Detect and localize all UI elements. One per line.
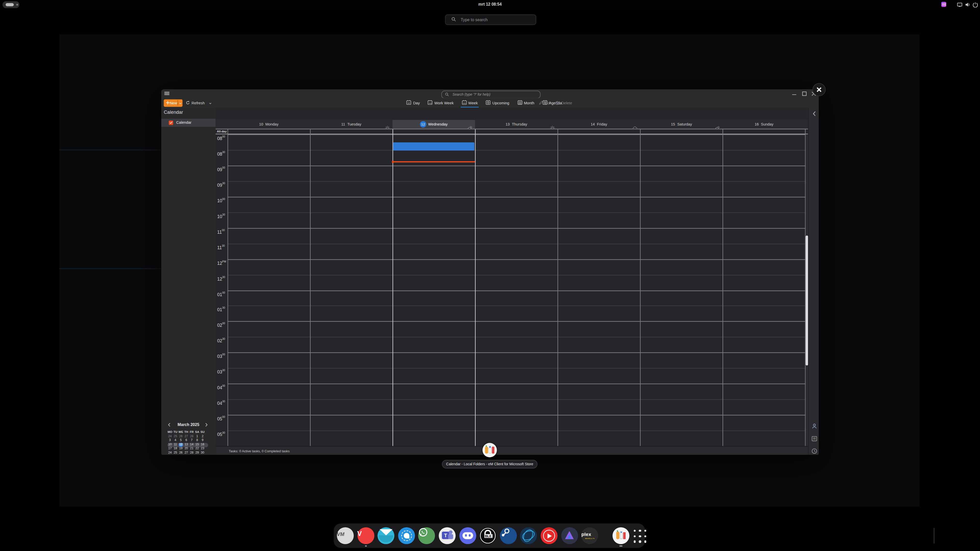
mini-cal-day[interactable]: 26 bbox=[178, 435, 183, 438]
tab-week[interactable]: Week bbox=[458, 98, 482, 108]
event-block[interactable] bbox=[393, 142, 474, 150]
tab-upcoming[interactable]: Upcoming bbox=[482, 98, 513, 108]
mini-cal-weekday: SU bbox=[200, 430, 205, 433]
mini-cal-day[interactable]: 30 bbox=[200, 451, 205, 455]
column-line bbox=[640, 135, 641, 446]
mini-cal-day[interactable]: 26 bbox=[178, 451, 183, 455]
window-titlebar[interactable]: Search (type '?' for help) bbox=[161, 89, 819, 98]
dock-item-steam[interactable] bbox=[500, 527, 517, 544]
grid-row bbox=[228, 384, 805, 399]
chat-icon[interactable] bbox=[811, 448, 817, 454]
day-header-tuesday[interactable]: 11Tuesday bbox=[310, 120, 393, 129]
day-header-wednesday[interactable]: 12Wednesday bbox=[393, 120, 475, 129]
chevron-down-icon[interactable] bbox=[209, 102, 212, 105]
mini-cal-day[interactable]: 10 bbox=[167, 443, 172, 447]
display-icon[interactable] bbox=[957, 2, 963, 7]
delete-button[interactable]: Delete bbox=[551, 98, 576, 108]
dock-item-mumble[interactable]: BLE bbox=[479, 527, 496, 544]
dock-item-teams[interactable]: T bbox=[439, 527, 455, 544]
dock-item-battlenet[interactable] bbox=[520, 527, 537, 544]
mini-cal-day[interactable]: 27 bbox=[183, 435, 189, 438]
mini-cal-day[interactable]: 5 bbox=[178, 439, 183, 443]
dock-item-vivaldi[interactable]: V bbox=[357, 527, 374, 544]
dock-item-discord[interactable] bbox=[459, 527, 476, 544]
time-label: 0330 bbox=[217, 369, 228, 375]
day-number: 13 bbox=[506, 122, 510, 126]
dock-item-app-grid[interactable] bbox=[632, 529, 648, 544]
mini-cal-day[interactable]: 21 bbox=[189, 447, 194, 451]
mini-cal-day[interactable]: 24 bbox=[167, 451, 172, 455]
new-button-label: New bbox=[170, 99, 177, 106]
mini-cal-day[interactable]: 20 bbox=[183, 447, 189, 451]
em-client-app-badge[interactable] bbox=[482, 443, 497, 457]
minimize-button[interactable] bbox=[791, 91, 798, 97]
vertical-scrollbar[interactable] bbox=[805, 135, 808, 446]
overlay-close-button[interactable] bbox=[813, 83, 826, 96]
contacts-icon[interactable] bbox=[811, 423, 817, 429]
calendar-checkbox[interactable] bbox=[169, 121, 173, 125]
volume-icon[interactable] bbox=[965, 2, 970, 7]
clock[interactable]: mrt 12 08:54 bbox=[0, 0, 980, 9]
scrollbar-thumb[interactable] bbox=[806, 235, 808, 365]
mini-cal-day[interactable]: 4 bbox=[173, 439, 178, 443]
mini-cal-day[interactable]: 11 bbox=[173, 443, 178, 447]
time-label: 0930 bbox=[217, 182, 228, 188]
day-header-saturday[interactable]: 15Saturday bbox=[640, 120, 723, 129]
day-header-thursday[interactable]: 13Thursday bbox=[475, 120, 558, 129]
mini-cal-day[interactable]: 24 bbox=[167, 435, 172, 438]
column-line bbox=[393, 135, 393, 446]
mini-cal-day[interactable]: 29 bbox=[194, 451, 200, 455]
mini-cal-day[interactable]: 22 bbox=[194, 447, 200, 451]
refresh-icon bbox=[186, 101, 190, 105]
tab-day[interactable]: 12Day bbox=[402, 98, 424, 108]
power-icon[interactable] bbox=[973, 2, 978, 7]
mini-cal-day[interactable]: 12 bbox=[178, 443, 183, 447]
mini-cal-day[interactable]: 19 bbox=[178, 447, 183, 451]
mini-cal-day[interactable]: 9 bbox=[200, 439, 205, 443]
weather-sun-icon bbox=[550, 122, 555, 127]
tab-work-week[interactable]: Work Week bbox=[424, 98, 458, 108]
day-header-sunday[interactable]: 16Sunday bbox=[723, 120, 805, 129]
day-header-monday[interactable]: 10Monday bbox=[228, 120, 310, 129]
mini-cal-day[interactable]: 27 bbox=[183, 451, 189, 455]
sidebar-item-calendar[interactable]: Calendar bbox=[161, 119, 216, 127]
mini-cal-day[interactable]: 8 bbox=[194, 439, 200, 443]
all-day-row[interactable]: All-day bbox=[216, 129, 808, 134]
agenda-icon[interactable] bbox=[811, 435, 817, 441]
menu-icon[interactable] bbox=[164, 92, 169, 95]
mini-cal-day[interactable]: 7 bbox=[189, 439, 194, 443]
mini-cal-day[interactable]: 17 bbox=[167, 447, 172, 451]
desktop-search-input[interactable]: Type to search bbox=[445, 14, 536, 25]
mini-cal-day[interactable]: 14 bbox=[189, 443, 194, 447]
mini-cal-day[interactable]: 15 bbox=[194, 443, 200, 447]
dock-item-jellyfin[interactable] bbox=[561, 527, 578, 544]
mini-cal-day[interactable]: 23 bbox=[200, 447, 205, 451]
dock-item-em-client[interactable] bbox=[612, 527, 629, 544]
mini-cal-day[interactable]: 28 bbox=[189, 451, 194, 455]
new-button[interactable]: New bbox=[164, 99, 183, 106]
day-header-friday[interactable]: 14Friday bbox=[558, 120, 640, 129]
dock-item-youtube-music[interactable] bbox=[541, 527, 557, 544]
dock-item-signal[interactable] bbox=[398, 527, 415, 544]
dock-item-whatsapp[interactable] bbox=[418, 527, 435, 544]
time-grid[interactable]: 0800083009000930100010301100113012PM1230… bbox=[216, 135, 805, 446]
mini-cal-day[interactable]: 6 bbox=[183, 439, 189, 443]
app-search-input[interactable]: Search (type '?' for help) bbox=[441, 91, 541, 98]
mini-cal-day[interactable]: 25 bbox=[173, 435, 178, 438]
dock-item-plex[interactable]: plexMOVIES & TV bbox=[581, 527, 598, 544]
app-indicator-icon[interactable] bbox=[941, 2, 946, 7]
collapse-sidebar-icon[interactable] bbox=[811, 110, 817, 116]
mini-cal-day[interactable]: 18 bbox=[173, 447, 178, 451]
chevron-down-icon[interactable] bbox=[178, 102, 181, 105]
mini-cal-day[interactable]: 1 bbox=[194, 435, 200, 438]
mini-cal-day[interactable]: 13 bbox=[183, 443, 189, 447]
mini-cal-day[interactable]: 16 bbox=[200, 443, 205, 447]
mini-cal-day[interactable]: 2 bbox=[200, 435, 205, 438]
mini-cal-day[interactable]: 3 bbox=[167, 439, 172, 443]
mini-cal-day[interactable]: 25 bbox=[173, 451, 178, 455]
mini-cal-day[interactable]: 28 bbox=[189, 435, 194, 438]
tab-month[interactable]: Month bbox=[513, 98, 538, 108]
dock-item-mailspring[interactable] bbox=[378, 527, 395, 544]
dock-item-vmware[interactable]: VM bbox=[337, 527, 354, 544]
maximize-button[interactable] bbox=[800, 91, 808, 97]
